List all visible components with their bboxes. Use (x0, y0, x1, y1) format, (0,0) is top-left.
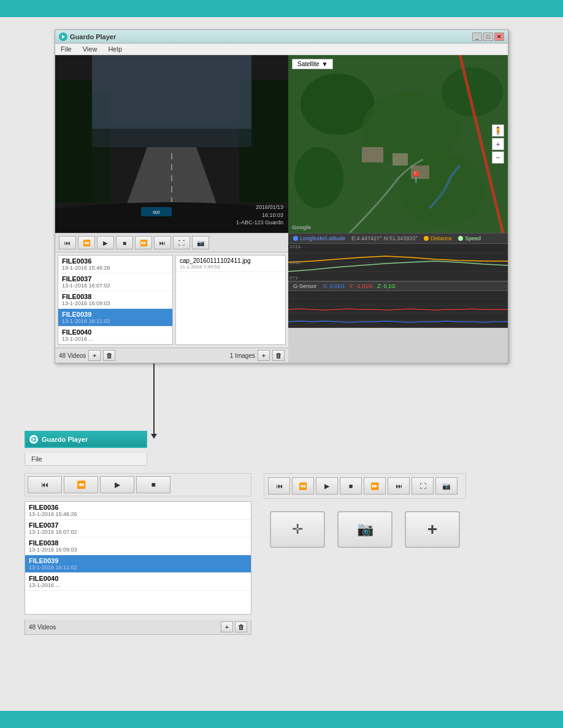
small-menu-file[interactable]: File (29, 454, 45, 464)
list-item[interactable]: FILE0040 13-1-2016 ... (58, 327, 172, 344)
mini-stop[interactable]: ■ (136, 476, 170, 493)
list-item[interactable]: FILE0036 13-1-2016 15:46:26 (25, 502, 251, 520)
image-list-item[interactable]: cap_20160111102411.jpg 11-1-2016 7:49:53 (176, 256, 285, 272)
delete-image-button[interactable]: 🗑 (272, 350, 285, 361)
map-location-marker: 📍 (409, 170, 423, 184)
menu-view[interactable]: View (81, 45, 99, 53)
playback-controls: ⏮ ⏪ ▶ ■ ⏩ ⏭ ⛶ 📷 (55, 233, 288, 252)
file-date: 13-1-2016 16:11:02 (29, 564, 247, 571)
video-date: 2016/01/13 (236, 203, 283, 211)
move-icon-button[interactable]: ✛ (270, 511, 325, 548)
fullscreen-button[interactable]: ⛶ (173, 236, 190, 249)
delete-video-button[interactable]: 🗑 (103, 350, 115, 361)
gps-chart-body: 2013- 1342- 671- (288, 244, 508, 281)
mini-fast-back[interactable]: ⏪ (64, 476, 98, 493)
gps-values: E:4.447427° N:51.343920° (351, 235, 418, 241)
menu-file[interactable]: File (59, 45, 74, 53)
maximize-button[interactable]: □ (483, 32, 493, 41)
bottom-add-button[interactable]: + (221, 621, 233, 632)
skip-end-button[interactable]: ⏭ (154, 236, 171, 249)
stop-button[interactable]: ■ (116, 236, 133, 249)
svg-point-18 (399, 153, 484, 227)
play-button[interactable]: ▶ (97, 236, 114, 249)
speed-dot (458, 236, 463, 241)
full-stop[interactable]: ■ (340, 477, 362, 495)
file-date: 13-1-2016 16:09:03 (29, 547, 247, 553)
list-item[interactable]: FILE0036 19-1-2016 15:46:26 (58, 256, 172, 273)
add-icon-button[interactable]: + (405, 511, 460, 548)
list-item[interactable]: FILE0037 13-1-2016 16:07:02 (25, 520, 251, 537)
gps-y-label-mid: 1342- (289, 260, 302, 265)
file-date: 13-1-2016 16:11:02 (62, 318, 169, 324)
file-date: 13-1-2016 15:46:26 (29, 511, 247, 517)
full-skip-end[interactable]: ⏭ (388, 477, 410, 495)
file-name: FILE0038 (29, 539, 247, 547)
google-watermark: Google (292, 224, 311, 230)
video-count: 48 Videos (59, 352, 86, 359)
image-date: 11-1-2016 7:49:53 (180, 264, 282, 270)
skip-start-button[interactable]: ⏮ (59, 236, 76, 249)
right-panel: Satellite ▼ 📍 🧍 + − Google (288, 55, 508, 363)
left-panel: 000 2016/01/13 16:10:03 1-ABC-123 Guardo… (55, 55, 288, 363)
arrow-line (153, 363, 155, 437)
list-item[interactable]: FILE0039 13-1-2016 16:11:02 (58, 309, 172, 327)
minimize-button[interactable]: _ (472, 32, 482, 41)
full-screenshot[interactable]: 📷 (435, 477, 458, 495)
full-playback-controls: ⏮ ⏪ ▶ ■ ⏩ ⏭ ⛶ 📷 (264, 473, 466, 499)
list-item[interactable]: FILE0040 13-1-2016 ... (25, 573, 251, 591)
zoom-out-button[interactable]: − (492, 151, 504, 164)
small-app-icon (29, 435, 38, 444)
full-fullscreen[interactable]: ⛶ (412, 477, 434, 495)
list-item[interactable]: FILE0039 13-1-2016 16:11:02 (25, 555, 251, 573)
close-button[interactable]: ✕ (494, 32, 504, 41)
bottom-file-footer: 48 Videos + 🗑 (25, 620, 251, 635)
list-item[interactable]: FILE0037 13-1-2016 16:07:02 (58, 273, 172, 291)
bottom-right-panel: ⏮ ⏪ ▶ ■ ⏩ ⏭ ⛶ 📷 ✛ 📷 (264, 473, 466, 635)
arrow-container (92, 363, 538, 449)
mini-skip-start[interactable]: ⏮ (28, 476, 62, 493)
full-fast-back[interactable]: ⏪ (292, 477, 314, 495)
menu-help[interactable]: Help (106, 45, 124, 53)
bottom-video-count: 48 Videos (29, 624, 56, 631)
map-dropdown[interactable]: Satellite ▼ (292, 59, 333, 69)
file-name: FILE0039 (62, 311, 169, 318)
gps-y-label-top: 2013- (289, 244, 302, 249)
zoom-in-button[interactable]: + (492, 138, 504, 150)
map-person-icon[interactable]: 🧍 (492, 124, 504, 137)
add-image-button[interactable]: + (258, 350, 270, 361)
file-name: FILE0039 (29, 557, 247, 564)
file-date: 13-1-2016 ... (29, 582, 247, 588)
gsensor-z: Z: 0,1G (377, 283, 396, 289)
full-play[interactable]: ▶ (316, 477, 338, 495)
map-satellite-view: Satellite ▼ 📍 🧍 + − Google (288, 55, 508, 233)
icon-button-row: ✛ 📷 + (264, 505, 466, 554)
mini-play[interactable]: ▶ (100, 476, 134, 493)
distance-text: Distance (431, 235, 452, 241)
file-name: FILE0037 (62, 275, 169, 282)
video-overlay: 2016/01/13 16:10:03 1-ABC-123 Guardo (236, 203, 283, 227)
gsensor-chart-section: G-Sensor X: 0,01G Y: -1,01G Z: 0,1G (288, 281, 508, 328)
full-skip-start[interactable]: ⏮ (268, 477, 290, 495)
list-item[interactable]: FILE0038 13-1-2016 16:09:03 (58, 291, 172, 309)
map-area: Satellite ▼ 📍 🧍 + − Google (288, 55, 508, 233)
small-menu-bar: File (25, 453, 147, 466)
add-video-button[interactable]: + (88, 350, 101, 361)
bottom-section: ⏮ ⏪ ▶ ■ FILE0036 13-1-2016 15:46:26 FILE… (25, 473, 538, 635)
bottom-delete-button[interactable]: 🗑 (235, 621, 247, 632)
distance-dot (424, 236, 429, 241)
top-bar (0, 0, 563, 17)
fast-back-button[interactable]: ⏪ (78, 236, 95, 249)
window-titlebar: Guardo Player _ □ ✕ (55, 30, 508, 44)
fast-forward-button[interactable]: ⏩ (135, 236, 152, 249)
full-fast-forward[interactable]: ⏩ (364, 477, 386, 495)
bottom-bar (0, 711, 563, 728)
screenshot-button[interactable]: 📷 (192, 236, 209, 249)
camera-icon-button[interactable]: 📷 (337, 511, 393, 548)
file-date: 13-1-2016 ... (62, 336, 169, 342)
gsensor-x: X: 0,01G (323, 283, 345, 289)
gps-chart-section: Longitude/Latitude E:4.447427° N:51.3439… (288, 233, 508, 281)
video-file-list: FILE0036 19-1-2016 15:46:26 FILE0037 13-… (58, 255, 173, 345)
gsensor-header: G-Sensor X: 0,01G Y: -1,01G Z: 0,1G (288, 281, 508, 291)
list-item[interactable]: FILE0038 13-1-2016 16:09:03 (25, 537, 251, 555)
file-name: FILE0040 (29, 575, 247, 582)
